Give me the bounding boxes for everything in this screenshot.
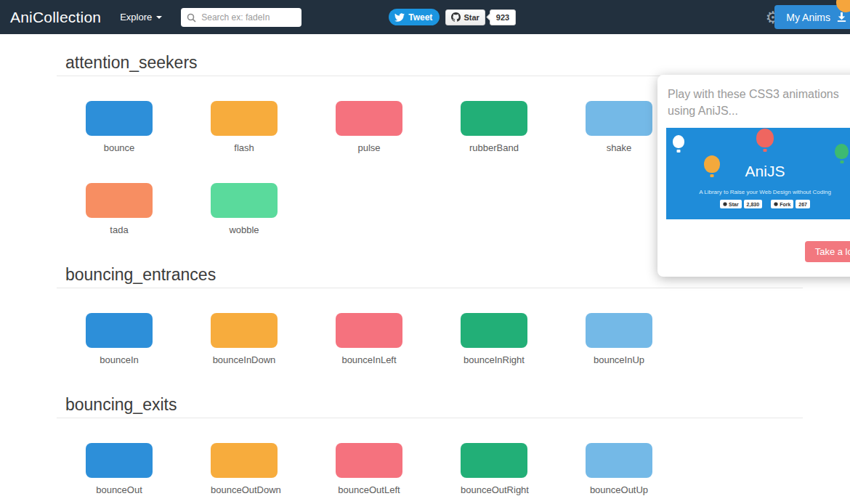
tweet-label: Tweet [408, 12, 432, 23]
github-octocat-icon [723, 202, 727, 206]
github-star-widget: Star 923 [445, 9, 516, 25]
animation-name: flash [211, 142, 278, 154]
banner-star-count: 2,830 [744, 200, 763, 208]
balloon-white-icon [673, 135, 684, 148]
explore-menu[interactable]: Explore [120, 12, 162, 23]
github-octocat-icon [451, 12, 461, 22]
animation-preview-box[interactable] [211, 183, 278, 218]
animation-preview-box[interactable] [86, 443, 153, 478]
banner-tagline: A Library to Raise your Web Design witho… [666, 189, 850, 195]
brand-logo[interactable]: AniCollection [10, 9, 101, 26]
badge-spacer [764, 200, 769, 208]
animation-preview-box[interactable] [461, 443, 527, 478]
animation-name: bounceInDown [211, 354, 278, 366]
take-a-look-button[interactable]: Take a look ;) [805, 241, 850, 262]
animation-name: bounceInLeft [336, 354, 402, 366]
banner-badges: Star 2,830 Fork 267 [666, 200, 850, 208]
star-label: Star [464, 13, 479, 22]
animation-name: rubberBand [461, 142, 527, 154]
balloon-green-icon [835, 144, 849, 159]
animation-name: tada [86, 224, 153, 236]
animation-card: bounceInUp [586, 313, 711, 366]
section-bouncing-exits: bouncing_exits bounceOut bounceOutDown b… [57, 395, 803, 504]
animation-card: rubberBand [461, 101, 586, 154]
anijs-promo-popup: Play with these CSS3 animations using An… [657, 75, 850, 277]
tweet-button[interactable]: Tweet [389, 9, 440, 25]
github-octocat-icon [774, 202, 778, 206]
animation-name: bounceOut [86, 484, 153, 496]
animation-card: pulse [336, 101, 461, 154]
animation-preview-box[interactable] [461, 313, 527, 348]
animation-card: tada [86, 183, 211, 236]
animation-card: flash [211, 101, 336, 154]
animation-preview-box[interactable] [336, 443, 402, 478]
explore-label: Explore [120, 12, 152, 23]
animation-card: bounce [86, 101, 211, 154]
animation-card: bounceOutUp [586, 443, 711, 496]
animation-card: bounceIn [86, 313, 211, 366]
animation-preview-box[interactable] [211, 313, 278, 348]
animation-grid: bounceOut bounceOutDown bounceOutLeft bo… [57, 418, 725, 504]
star-count-badge[interactable]: 923 [490, 9, 516, 25]
animation-card: wobble [211, 183, 336, 236]
animation-name: bounceOutRight [461, 484, 527, 496]
search-input[interactable] [181, 8, 301, 27]
animation-preview-box[interactable] [86, 101, 153, 136]
search-box [181, 8, 301, 27]
animation-card: bounceOut [86, 443, 211, 496]
animation-card: bounceOutDown [211, 443, 336, 496]
section-title: attention_seekers [65, 34, 803, 73]
animation-preview-box[interactable] [211, 443, 278, 478]
section-bouncing-entrances: bouncing_entrances bounceIn bounceInDown… [57, 265, 803, 395]
twitter-bird-icon [394, 13, 405, 22]
chevron-down-icon [156, 16, 162, 19]
animation-preview-box[interactable] [86, 183, 153, 218]
animation-name: bounceOutUp [586, 484, 652, 496]
animation-preview-box[interactable] [211, 101, 278, 136]
animation-preview-box[interactable] [586, 313, 652, 348]
animation-name: bounceInUp [586, 354, 652, 366]
animation-preview-box[interactable] [336, 313, 402, 348]
animation-name: pulse [336, 142, 402, 154]
animation-preview-box[interactable] [461, 101, 527, 136]
download-icon [836, 12, 847, 23]
animation-preview-box[interactable] [336, 101, 402, 136]
banner-star-badge: Star [720, 200, 742, 208]
banner-fork-label: Fork [780, 202, 790, 207]
animation-card: bounceOutLeft [336, 443, 461, 496]
section-title: bouncing_exits [65, 395, 803, 415]
github-star-button[interactable]: Star [445, 9, 485, 25]
banner-star-label: Star [729, 202, 739, 207]
animation-grid: bounceIn bounceInDown bounceInLeft bounc… [57, 288, 725, 395]
my-anims-label: My Anims [786, 12, 830, 23]
star-count-value: 923 [496, 13, 509, 22]
animation-name: bounceIn [86, 354, 153, 366]
animation-name: bounce [86, 142, 153, 154]
balloon-red-icon [756, 129, 774, 147]
popup-footer: Take a look ;) [657, 219, 850, 277]
banner-fork-badge: Fork [771, 200, 793, 208]
animation-name: bounceOutLeft [336, 484, 402, 496]
animation-preview-box[interactable] [586, 443, 652, 478]
banner-fork-count: 267 [796, 200, 810, 208]
animation-preview-box[interactable] [586, 101, 652, 136]
animation-name: bounceOutDown [211, 484, 278, 496]
anijs-banner-image[interactable]: AniJS A Library to Raise your Web Design… [666, 128, 850, 219]
animation-name: shake [586, 142, 652, 154]
promo-message: Play with these CSS3 animations using An… [657, 75, 850, 128]
search-icon [187, 13, 196, 23]
animation-name: wobble [211, 224, 278, 236]
animation-preview-box[interactable] [86, 313, 153, 348]
animation-card: bounceOutRight [461, 443, 586, 496]
animation-name: bounceInRight [461, 354, 527, 366]
animation-grid: bounce flash pulse rubberBand shake tada [57, 76, 725, 265]
banner-title: AniJS [666, 163, 850, 180]
animation-card: bounceInRight [461, 313, 586, 366]
top-navbar: AniCollection Explore Tweet Star 923 ⚙ M… [0, 0, 850, 34]
animation-card: bounceInDown [211, 313, 336, 366]
animation-card: bounceInLeft [336, 313, 461, 366]
